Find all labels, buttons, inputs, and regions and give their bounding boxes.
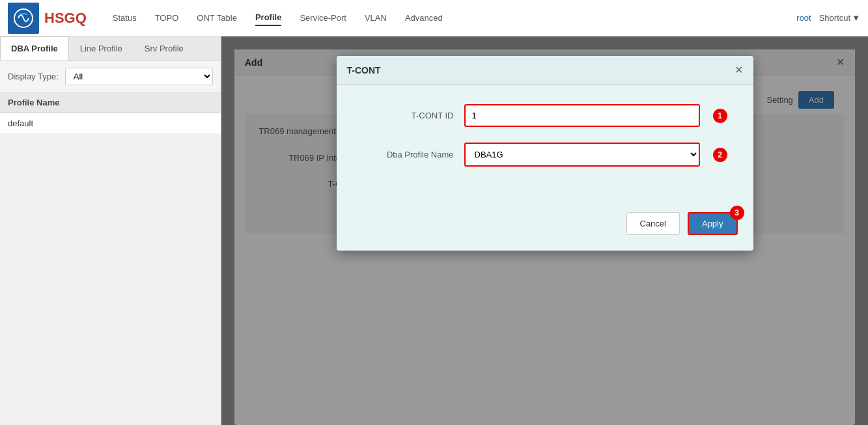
logo-area: HSGQ [8,3,87,34]
tcont-modal-body: T-CONT ID 1 Dba Profile Name DBA1G 2 [337,85,753,202]
tab-srv-profile[interactable]: Srv Profile [133,36,195,61]
table-row-default[interactable]: default [0,113,221,134]
dba-profile-row: Dba Profile Name DBA1G 2 [363,143,727,167]
badge-3: 3 [730,206,744,220]
nav-right: root Shortcut ▼ [796,13,860,23]
nav-profile[interactable]: Profile [255,10,281,26]
table-header-profile-name: Profile Name [0,92,221,113]
nav-service-port[interactable]: Service-Port [300,10,346,25]
tab-dba-profile[interactable]: DBA Profile [0,36,69,61]
main-area: DBA Profile Line Profile Srv Profile Dis… [0,36,868,425]
nav-ont-table[interactable]: ONT Table [197,10,237,25]
display-type-row: Display Type: All [0,61,221,92]
tcont-id-row: T-CONT ID 1 [363,104,727,127]
nav-topo[interactable]: TOPO [155,10,179,25]
nav-user[interactable]: root [796,13,811,23]
tcont-modal-close-icon[interactable]: ✕ [735,64,743,76]
logo-icon [8,3,39,34]
nav-links: Status TOPO ONT Table Profile Service-Po… [113,10,797,26]
left-panel: DBA Profile Line Profile Srv Profile Dis… [0,36,221,425]
tcont-modal: T-CONT ✕ T-CONT ID 1 Dba Profile Name DB… [337,56,753,251]
brand-name: HSGQ [44,10,87,27]
nav-vlan[interactable]: VLAN [365,10,387,25]
tcont-id-input[interactable] [464,104,700,127]
tab-bar: DBA Profile Line Profile Srv Profile [0,36,221,61]
tcont-modal-footer: Cancel Apply 3 [337,202,753,251]
tcont-modal-header: T-CONT ✕ [337,56,753,85]
tcont-modal-overlay: T-CONT ✕ T-CONT ID 1 Dba Profile Name DB… [221,36,868,425]
top-nav: HSGQ Status TOPO ONT Table Profile Servi… [0,0,868,36]
right-panel: Add ✕ Setting Add TR069 management Mode … [221,36,868,425]
nav-advanced[interactable]: Advanced [405,10,443,25]
cancel-button[interactable]: Cancel [626,212,680,235]
tcont-id-label: T-CONT ID [363,111,454,120]
badge-2: 2 [713,148,727,162]
badge-1: 1 [713,109,727,123]
nav-status[interactable]: Status [113,10,137,25]
dba-profile-select[interactable]: DBA1G [464,143,700,167]
dba-profile-label: Dba Profile Name [363,150,454,159]
display-type-select[interactable]: All [65,68,213,85]
nav-shortcut[interactable]: Shortcut ▼ [819,13,860,23]
display-type-label: Display Type: [8,72,59,81]
tcont-modal-title: T-CONT [347,65,381,75]
tab-line-profile[interactable]: Line Profile [69,36,133,61]
